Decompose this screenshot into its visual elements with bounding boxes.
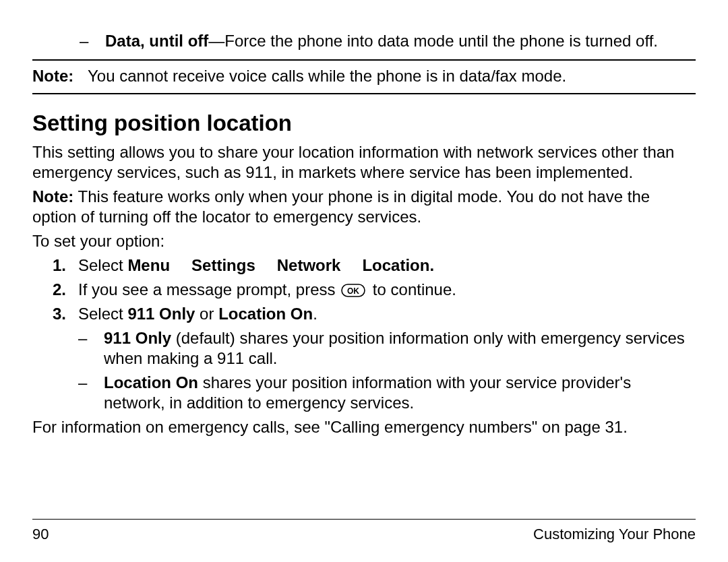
bullet-text: 911 Only (default) shares your position … <box>104 328 696 369</box>
bullet-bold: Data, until off <box>105 32 208 50</box>
bullet-dash: – <box>78 328 104 369</box>
step-bold-1: 911 Only <box>127 305 195 323</box>
step-text-after: to continue. <box>373 280 456 299</box>
step-bold-2: Location On <box>218 305 313 323</box>
section-heading: Setting position location <box>32 109 696 137</box>
ok-key-icon: OK <box>341 282 365 302</box>
step-3: 3. Select 911 Only or Location On. <box>53 304 696 324</box>
note-paragraph: Note: This feature works only when your … <box>32 187 696 227</box>
note-text: You cannot receive voice calls while the… <box>88 66 696 86</box>
step-text-before: If you see a message prompt, press <box>78 280 340 299</box>
section-name: Customizing Your Phone <box>533 525 696 544</box>
bullet-text: Location On shares your position informa… <box>104 373 696 413</box>
note-block: Note: You cannot receive voice calls whi… <box>32 59 696 94</box>
step-prefix: Select <box>78 256 127 274</box>
intro-paragraph: This setting allows you to share your lo… <box>32 142 696 183</box>
step-body: Select 911 Only or Location On. <box>78 304 696 324</box>
inline-note-text: This feature works only when your phone … <box>32 187 650 226</box>
bullet-dash: – <box>80 31 105 51</box>
step-number: 2. <box>53 280 78 300</box>
step-body: Select MenuSettingsNetworkLocation. <box>78 255 696 276</box>
sub-bullet-2: – Location On shares your position infor… <box>78 373 696 413</box>
step-number: 1. <box>53 255 78 276</box>
note-label: Note: <box>32 66 88 86</box>
step-2: 2. If you see a message prompt, press OK… <box>53 280 696 300</box>
bullet-dash: – <box>78 373 104 413</box>
svg-text:OK: OK <box>347 286 359 296</box>
step-prefix: Select <box>78 305 127 323</box>
to-set-line: To set your option: <box>32 231 696 251</box>
step-1: 1. Select MenuSettingsNetworkLocation. <box>53 255 696 276</box>
step-body: If you see a message prompt, press OK to… <box>78 280 696 300</box>
bullet-bold: 911 Only <box>104 329 171 347</box>
document-page: – Data, until off—Force the phone into d… <box>0 0 728 562</box>
bullet-rest: —Force the phone into data mode until th… <box>208 32 658 50</box>
outro-paragraph: For information on emergency calls, see … <box>32 417 696 437</box>
inline-note-label: Note: <box>32 187 73 206</box>
bullet-rest: (default) shares your position informati… <box>104 329 685 367</box>
menu-path: MenuSettingsNetworkLocation. <box>127 256 434 274</box>
bullet-text: Data, until off—Force the phone into dat… <box>105 31 696 51</box>
bullet-bold: Location On <box>104 373 198 392</box>
step-suffix: . <box>313 305 317 323</box>
page-footer: 90 Customizing Your Phone <box>32 519 696 544</box>
page-number: 90 <box>32 525 49 544</box>
top-bullet-item: – Data, until off—Force the phone into d… <box>80 31 696 51</box>
step-number: 3. <box>53 304 78 324</box>
step-mid: or <box>195 305 218 323</box>
sub-bullet-1: – 911 Only (default) shares your positio… <box>78 328 696 369</box>
